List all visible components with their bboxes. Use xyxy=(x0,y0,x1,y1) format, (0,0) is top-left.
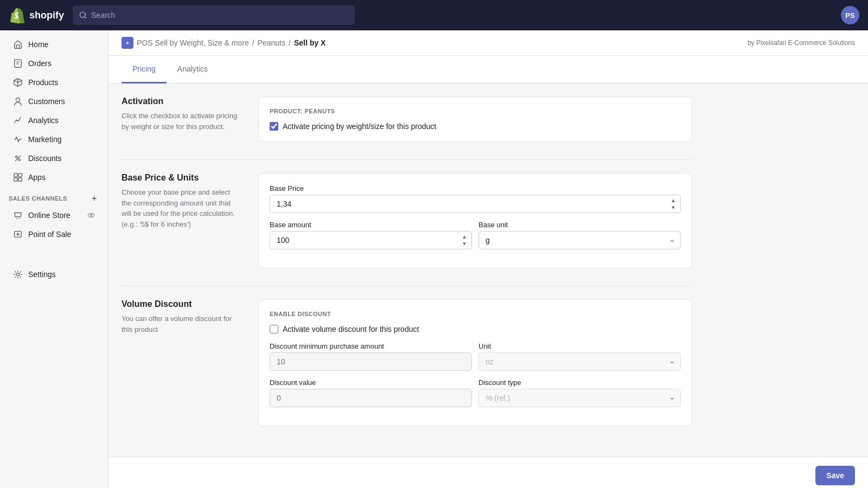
online-store-eye-icon[interactable] xyxy=(87,211,95,219)
activate-pricing-label[interactable]: Activate pricing by weight/size for this… xyxy=(283,122,436,131)
activation-card: PRODUCT: PEANUTS Activate pricing by wei… xyxy=(258,97,692,142)
breadcrumb-app[interactable]: POS Sell by Weight, Size & more xyxy=(137,38,249,47)
base-unit-select[interactable]: g kg oz lb ml l cm in xyxy=(478,231,681,249)
breadcrumb-bar: + POS Sell by Weight, Size & more / Pean… xyxy=(108,30,868,56)
activation-title: Activation xyxy=(122,97,241,106)
volume-discount-section: Volume Discount You can offer a volume d… xyxy=(122,299,692,426)
sidebar-item-apps[interactable]: Apps xyxy=(4,168,104,187)
search-icon xyxy=(79,11,87,19)
topbar-right: PS xyxy=(841,6,859,24)
enable-discount-checkbox[interactable] xyxy=(270,325,278,333)
sidebar-item-orders[interactable]: Orders xyxy=(4,54,104,73)
products-icon xyxy=(13,78,23,87)
svg-point-11 xyxy=(88,214,94,217)
activation-section: Activation Click the checkbox to activat… xyxy=(122,97,692,142)
base-price-label: Base Price xyxy=(270,184,681,192)
base-amount-input[interactable] xyxy=(270,231,472,249)
sidebar-item-settings[interactable]: Settings xyxy=(4,265,104,284)
discount-type-select[interactable]: % (rel.) $ (abs.) xyxy=(478,389,681,407)
search-bar[interactable] xyxy=(73,5,355,25)
divider-2 xyxy=(122,286,692,286)
sidebar-label-marketing: Marketing xyxy=(28,135,61,144)
base-amount-spinner: ▲ ▼ xyxy=(460,234,469,247)
sidebar-item-home[interactable]: Home xyxy=(4,35,104,54)
sidebar-item-point-of-sale[interactable]: Point of Sale xyxy=(4,225,104,243)
svg-rect-1 xyxy=(15,60,22,67)
volume-discount-desc-text: You can offer a volume discount for this… xyxy=(122,313,241,335)
base-price-spinner: ▲ ▼ xyxy=(669,197,678,211)
sidebar-label-settings: Settings xyxy=(28,270,56,279)
marketing-icon xyxy=(13,134,23,144)
tab-analytics[interactable]: Analytics xyxy=(167,56,219,84)
sidebar-label-online-store: Online Store xyxy=(28,211,71,220)
search-input[interactable] xyxy=(91,11,348,20)
sidebar-item-discounts[interactable]: Discounts xyxy=(4,149,104,168)
sidebar-label-discounts: Discounts xyxy=(28,154,61,163)
sidebar-item-products[interactable]: Products xyxy=(4,73,104,92)
discount-value-type-row: Discount value Discount type % (rel.) $ … xyxy=(270,378,681,415)
sidebar-label-customers: Customers xyxy=(28,97,65,106)
sidebar-item-online-store[interactable]: Online Store xyxy=(4,206,104,224)
activation-desc-text: Click the checkbox to activate pricing b… xyxy=(122,111,241,132)
sidebar: Home Orders Products Customers Analytics xyxy=(0,30,108,488)
base-unit-label: Base unit xyxy=(478,221,681,229)
app-icon: + xyxy=(122,37,133,49)
divider-1 xyxy=(122,159,692,160)
sidebar-label-home: Home xyxy=(28,40,48,49)
unit-field: Unit oz g kg lb xyxy=(478,342,681,371)
base-price-up-button[interactable]: ▲ xyxy=(669,197,678,204)
online-store-icon xyxy=(13,210,23,220)
shopify-logo[interactable]: shopify xyxy=(9,7,64,23)
sidebar-label-products: Products xyxy=(28,78,58,87)
base-amount-field: Base amount ▲ ▼ xyxy=(270,221,472,249)
svg-rect-7 xyxy=(14,178,17,181)
breadcrumb-parent[interactable]: Peanuts xyxy=(258,38,285,47)
base-price-desc-text: Choose your base price and select the co… xyxy=(122,187,241,229)
settings-icon xyxy=(13,269,23,279)
svg-point-12 xyxy=(90,214,92,216)
save-button[interactable]: Save xyxy=(815,466,855,485)
unit-select-wrapper: oz g kg lb xyxy=(478,352,681,371)
logo-text: shopify xyxy=(29,10,64,21)
base-price-field: Base Price ▲ ▼ xyxy=(270,184,681,213)
discount-min-purchase-label: Discount minimum purchase amount xyxy=(270,342,472,350)
sidebar-item-customers[interactable]: Customers xyxy=(4,92,104,111)
enable-discount-checkbox-row: Activate volume discount for this produc… xyxy=(270,325,681,333)
page-content: Activation Click the checkbox to activat… xyxy=(108,84,705,457)
base-unit-field: Base unit g kg oz lb ml l cm xyxy=(478,221,681,249)
enable-discount-label-text[interactable]: Activate volume discount for this produc… xyxy=(283,325,419,333)
discount-min-purchase-input[interactable] xyxy=(270,352,472,371)
tab-pricing[interactable]: Pricing xyxy=(122,56,167,84)
base-price-section: Base Price & Units Choose your base pric… xyxy=(122,173,692,268)
avatar[interactable]: PS xyxy=(841,6,859,24)
sidebar-label-apps: Apps xyxy=(28,173,46,182)
sidebar-item-analytics[interactable]: Analytics xyxy=(4,111,104,130)
discount-value-input[interactable] xyxy=(270,389,472,407)
tabs-bar: Pricing Analytics xyxy=(108,56,868,84)
base-amount-up-button[interactable]: ▲ xyxy=(460,234,469,240)
add-sales-channel-button[interactable]: + xyxy=(90,194,99,203)
sidebar-item-marketing[interactable]: Marketing xyxy=(4,130,104,149)
sales-channels-header: SALES CHANNELS + xyxy=(0,187,108,206)
unit-label: Unit xyxy=(478,342,681,350)
base-amount-label: Base amount xyxy=(270,221,472,229)
enable-discount-label: ENABLE DISCOUNT xyxy=(270,311,681,317)
base-price-description: Base Price & Units Choose your base pric… xyxy=(122,173,241,229)
base-price-input[interactable] xyxy=(270,195,681,213)
unit-select[interactable]: oz g kg lb xyxy=(478,352,681,371)
point-of-sale-icon xyxy=(13,229,23,239)
topbar: shopify PS xyxy=(0,0,868,30)
volume-discount-title: Volume Discount xyxy=(122,299,241,309)
apps-icon xyxy=(13,172,23,182)
breadcrumb: + POS Sell by Weight, Size & more / Pean… xyxy=(122,37,326,49)
activate-pricing-checkbox[interactable] xyxy=(270,122,278,131)
volume-discount-description: Volume Discount You can offer a volume d… xyxy=(122,299,241,335)
sidebar-label-point-of-sale: Point of Sale xyxy=(28,230,71,239)
breadcrumb-current: Sell by X xyxy=(294,38,326,47)
discount-type-field: Discount type % (rel.) $ (abs.) xyxy=(478,378,681,407)
base-price-down-button[interactable]: ▼ xyxy=(669,204,678,211)
home-icon xyxy=(13,40,23,49)
volume-discount-card: ENABLE DISCOUNT Activate volume discount… xyxy=(258,299,692,426)
base-amount-down-button[interactable]: ▼ xyxy=(460,241,469,247)
activation-card-label: PRODUCT: PEANUTS xyxy=(270,108,681,114)
